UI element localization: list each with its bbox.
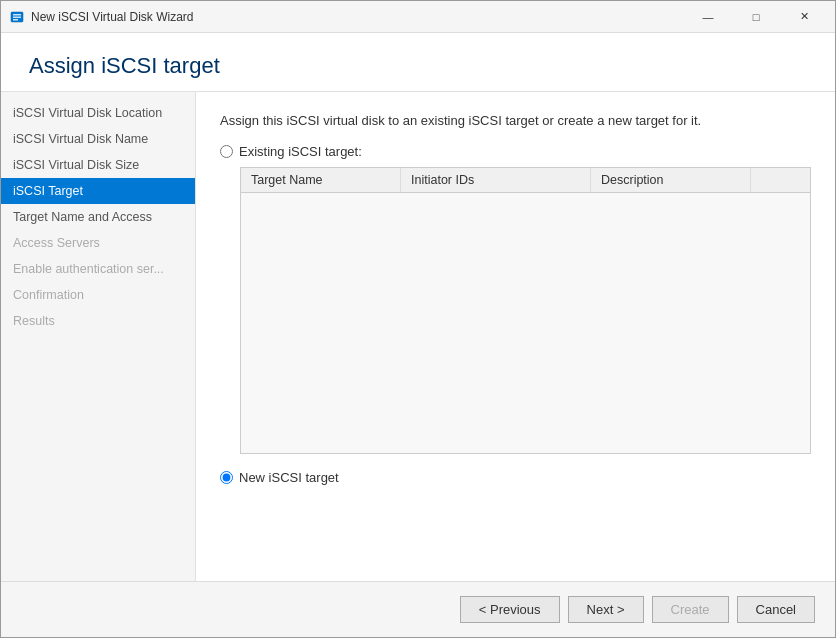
title-bar: New iSCSI Virtual Disk Wizard — □ ✕ <box>1 1 835 33</box>
create-button[interactable]: Create <box>652 596 729 623</box>
table-header: Target Name Initiator IDs Description <box>241 168 810 193</box>
existing-targets-table: Target Name Initiator IDs Description <box>240 167 811 454</box>
sidebar-item-enable-authentication: Enable authentication ser... <box>1 256 195 282</box>
maximize-button[interactable]: □ <box>733 1 779 33</box>
sidebar-item-iscsi-virtual-disk-location: iSCSI Virtual Disk Location <box>1 100 195 126</box>
window-body: Assign iSCSI target iSCSI Virtual Disk L… <box>1 33 835 637</box>
next-button[interactable]: Next > <box>568 596 644 623</box>
sidebar-item-access-servers: Access Servers <box>1 230 195 256</box>
description-text: Assign this iSCSI virtual disk to an exi… <box>220 112 811 130</box>
svg-rect-1 <box>13 14 21 16</box>
page-header: Assign iSCSI target <box>1 33 835 92</box>
cancel-button[interactable]: Cancel <box>737 596 815 623</box>
new-target-radio-row: New iSCSI target <box>220 470 811 485</box>
new-target-label[interactable]: New iSCSI target <box>239 470 339 485</box>
new-target-radio[interactable] <box>220 471 233 484</box>
table-body <box>241 193 810 453</box>
sidebar: iSCSI Virtual Disk Location iSCSI Virtua… <box>1 92 196 581</box>
sidebar-item-iscsi-target[interactable]: iSCSI Target <box>1 178 195 204</box>
existing-target-radio-row: Existing iSCSI target: <box>220 144 811 159</box>
title-bar-controls: — □ ✕ <box>685 1 827 33</box>
wizard-window: New iSCSI Virtual Disk Wizard — □ ✕ Assi… <box>0 0 836 638</box>
minimize-button[interactable]: — <box>685 1 731 33</box>
sidebar-item-confirmation: Confirmation <box>1 282 195 308</box>
svg-rect-3 <box>13 19 18 21</box>
sidebar-item-iscsi-virtual-disk-size: iSCSI Virtual Disk Size <box>1 152 195 178</box>
col-header-initiator-ids: Initiator IDs <box>401 168 591 192</box>
col-header-description: Description <box>591 168 751 192</box>
sidebar-item-results: Results <box>1 308 195 334</box>
title-bar-text: New iSCSI Virtual Disk Wizard <box>31 10 685 24</box>
close-button[interactable]: ✕ <box>781 1 827 33</box>
existing-target-radio[interactable] <box>220 145 233 158</box>
page-title: Assign iSCSI target <box>29 53 807 79</box>
main-content: iSCSI Virtual Disk Location iSCSI Virtua… <box>1 92 835 581</box>
svg-rect-2 <box>13 16 21 18</box>
existing-target-label[interactable]: Existing iSCSI target: <box>239 144 362 159</box>
col-header-extra <box>751 168 810 192</box>
col-header-target-name: Target Name <box>241 168 401 192</box>
app-icon <box>9 9 25 25</box>
sidebar-item-target-name-and-access: Target Name and Access <box>1 204 195 230</box>
content-area: Assign this iSCSI virtual disk to an exi… <box>196 92 835 581</box>
footer: < Previous Next > Create Cancel <box>1 581 835 637</box>
previous-button[interactable]: < Previous <box>460 596 560 623</box>
sidebar-item-iscsi-virtual-disk-name: iSCSI Virtual Disk Name <box>1 126 195 152</box>
